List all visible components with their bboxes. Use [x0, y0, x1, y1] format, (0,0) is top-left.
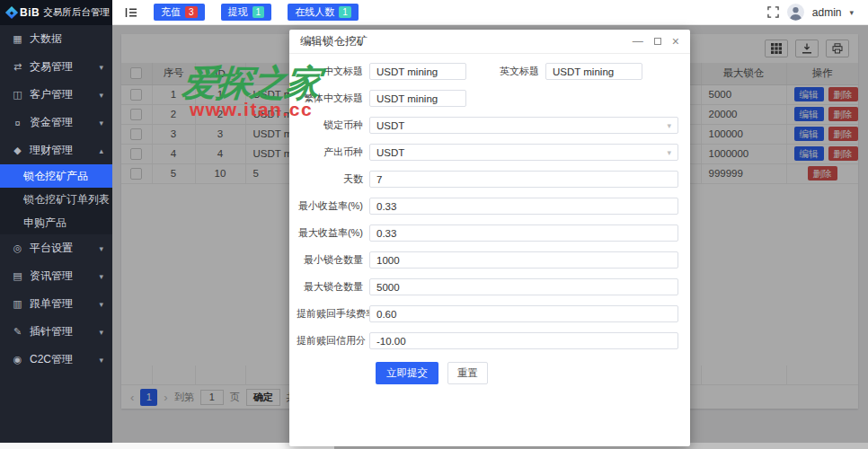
sidebar-item-trade[interactable]: ⇄交易管理▾ [0, 53, 112, 81]
field-label: 产出币种 [297, 145, 369, 159]
quick-button-label: 充值 [161, 5, 181, 19]
brand-logo-icon [5, 5, 18, 18]
minimize-icon[interactable]: — [633, 36, 643, 47]
modal-title: 编辑锁仓挖矿 [300, 34, 368, 49]
chevron-up-icon: ▴ [99, 146, 103, 155]
brand-logo: BiB 交易所后台管理 [0, 0, 112, 25]
quick-button-badge: 3 [185, 6, 198, 18]
field-label: 天数 [297, 172, 369, 186]
form-row: 最大收益率(%) [297, 224, 678, 242]
quick-button-recharge[interactable]: 充值3 [154, 4, 205, 21]
field-input[interactable] [369, 63, 466, 80]
users-icon: ◫ [12, 89, 23, 101]
field-input[interactable] [369, 90, 466, 107]
quick-button-badge: 1 [252, 6, 265, 18]
modal-header: 编辑锁仓挖矿 — × [289, 30, 690, 54]
sidebar-subitem-lock-mining-products[interactable]: 锁仓挖矿产品 [0, 164, 112, 188]
chevron-down-icon: ▾ [99, 119, 103, 128]
form-row: 中文标题英文标题 [297, 63, 678, 80]
sidebar-nav: ▦大数据⇄交易管理▾◫客户管理▾¤资金管理▾◆理财管理▴锁仓挖矿产品锁仓挖矿订单… [0, 25, 112, 443]
sidebar-item-follow[interactable]: ▥跟单管理▾ [0, 290, 112, 318]
app-title: 交易所后台管理 [43, 6, 110, 19]
sidebar-item-platform[interactable]: ◎平台设置▾ [0, 234, 112, 262]
sidebar-item-c2c[interactable]: ◉C2C管理▾ [0, 346, 112, 374]
field-input[interactable] [545, 63, 642, 80]
field-input[interactable] [369, 171, 678, 188]
top-header: BiB 交易所后台管理 充值3提现1在线人数1 admin ▾ [0, 0, 868, 25]
close-icon[interactable]: × [672, 35, 679, 48]
form-row: 锁定币种USDT▾ [297, 117, 678, 134]
field-select[interactable]: USDT▾ [369, 144, 678, 161]
sidebar-item-customer[interactable]: ◫客户管理▾ [0, 81, 112, 109]
form-button-row: 立即提交重置 [376, 362, 678, 384]
field-input[interactable] [369, 305, 678, 322]
quick-button-label: 在线人数 [295, 5, 334, 19]
form-row: 最小锁仓数量 [297, 251, 678, 269]
field-label: 最大收益率(%) [297, 226, 369, 240]
sidebar-item-big-data[interactable]: ▦大数据 [0, 25, 112, 53]
sidebar-item-label: C2C管理 [30, 352, 73, 367]
horizontal-scrollbar-thumb[interactable] [0, 443, 334, 449]
sidebar-item-funds[interactable]: ¤资金管理▾ [0, 109, 112, 136]
sidebar-item-label: 资金管理 [30, 115, 73, 130]
field-input[interactable] [369, 278, 678, 295]
chevron-down-icon: ▾ [99, 63, 103, 72]
user-name[interactable]: admin [812, 6, 842, 19]
field-label: 英文标题 [466, 65, 545, 78]
user-menu-caret-icon[interactable]: ▾ [849, 8, 854, 17]
sidebar-item-pin[interactable]: ✎插针管理▾ [0, 318, 112, 346]
chevron-down-icon: ▾ [667, 121, 671, 130]
news-icon: ▤ [12, 270, 23, 282]
field-input[interactable] [369, 332, 678, 349]
sidebar-item-wealth[interactable]: ◆理财管理▴ [0, 136, 112, 164]
chevron-down-icon: ▾ [99, 328, 103, 337]
sidebar-item-label: 平台设置 [30, 241, 73, 256]
field-input[interactable] [369, 251, 678, 269]
header-right-group: admin ▾ [767, 4, 868, 21]
field-input[interactable] [369, 224, 678, 242]
sidebar-collapse-icon[interactable] [125, 7, 137, 18]
form-row: 繁体中文标题 [297, 90, 678, 107]
maximize-icon[interactable] [654, 38, 661, 45]
field-label: 最小锁仓数量 [297, 253, 369, 267]
piggy-bank-icon: ◆ [12, 145, 23, 156]
quick-button-group: 充值3提现1在线人数1 [154, 4, 359, 21]
app-root: BiB 交易所后台管理 充值3提现1在线人数1 admin ▾ ▦大数据⇄交易管… [0, 0, 868, 449]
edit-lock-mining-modal: 编辑锁仓挖矿 — × 中文标题英文标题繁体中文标题锁定币种USDT▾产出币种US… [289, 30, 690, 446]
field-label: 最大锁仓数量 [297, 280, 369, 294]
avatar[interactable] [787, 4, 804, 21]
sidebar-item-news[interactable]: ▤资讯管理▾ [0, 262, 112, 290]
sidebar-item-label: 资讯管理 [30, 269, 73, 284]
sidebar-subitem-subscribe-products[interactable]: 申购产品 [0, 211, 112, 234]
field-label: 提前赎回信用分 [297, 334, 369, 348]
sidebar-item-label: 理财管理 [30, 143, 73, 158]
header-left-group: 充值3提现1在线人数1 [112, 4, 359, 21]
quick-button-label: 提现 [228, 5, 248, 19]
submit-button[interactable]: 立即提交 [376, 362, 438, 384]
form-row: 产出币种USDT▾ [297, 144, 678, 161]
sidebar-item-label: 交易管理 [30, 59, 73, 75]
form-row: 提前赎回信用分 [297, 332, 678, 349]
chevron-down-icon: ▾ [99, 91, 103, 100]
exchange-icon: ⇄ [12, 61, 23, 73]
field-input[interactable] [369, 198, 678, 215]
sidebar-subitem-lock-mining-orders[interactable]: 锁仓挖矿订单列表 [0, 188, 112, 211]
circle-icon: ◉ [12, 354, 23, 365]
fullscreen-icon[interactable] [767, 6, 779, 18]
modal-window-controls: — × [633, 35, 679, 48]
quick-button-online-users[interactable]: 在线人数1 [288, 4, 359, 21]
form-row: 最小收益率(%) [297, 198, 678, 215]
form-row: 提前赎回手续费率 [297, 305, 678, 322]
reset-button[interactable]: 重置 [447, 362, 488, 384]
sidebar-item-label: 插针管理 [30, 324, 73, 339]
sidebar-item-label: 客户管理 [30, 87, 73, 102]
field-label: 繁体中文标题 [297, 92, 369, 105]
pen-icon: ✎ [12, 326, 23, 338]
field-label: 最小收益率(%) [297, 199, 369, 213]
money-bag-icon: ¤ [12, 118, 23, 128]
field-label: 锁定币种 [297, 119, 369, 132]
field-select-value: USDT [376, 120, 404, 131]
quick-button-withdraw[interactable]: 提现1 [221, 4, 272, 21]
field-select[interactable]: USDT▾ [369, 117, 678, 134]
chart-icon: ▦ [12, 33, 23, 45]
